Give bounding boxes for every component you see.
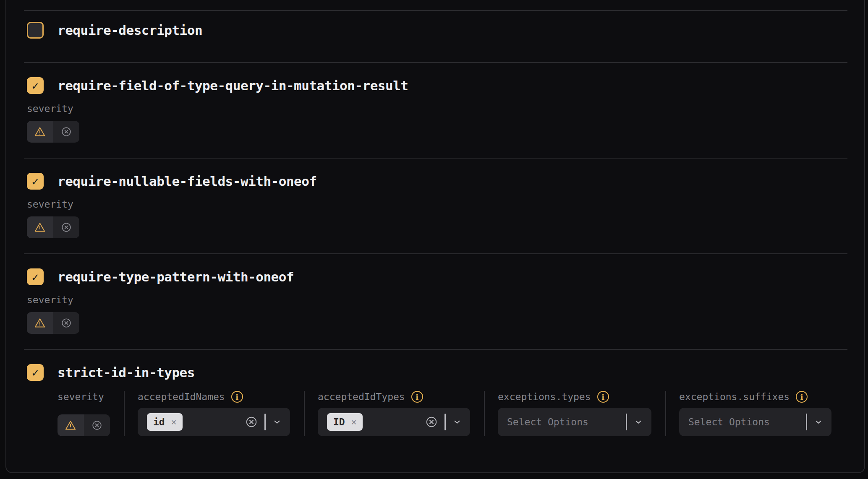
info-icon[interactable]: i bbox=[597, 391, 609, 403]
severity-warn-button[interactable] bbox=[27, 216, 53, 238]
circle-x-icon bbox=[61, 222, 72, 233]
panel-top-spacer bbox=[6, 0, 864, 10]
option-label: acceptedIdTypes bbox=[318, 391, 405, 402]
field-controls bbox=[626, 414, 643, 430]
option-header: exceptions.suffixes i bbox=[679, 391, 831, 403]
severity-toggle bbox=[27, 216, 79, 238]
column-divider bbox=[484, 391, 485, 436]
circle-x-icon bbox=[61, 126, 72, 137]
rule-name: require-nullable-fields-with-oneof bbox=[58, 174, 317, 189]
remove-tag-button[interactable]: ✕ bbox=[351, 418, 357, 427]
rule-checkbox[interactable]: ✓ bbox=[27, 77, 44, 94]
severity-warn-button[interactable] bbox=[27, 121, 53, 143]
rule-checkbox[interactable]: ✓ bbox=[27, 173, 44, 190]
field-placeholder: Select Options bbox=[688, 417, 770, 427]
expand-dropdown-button[interactable] bbox=[814, 417, 823, 427]
severity-off-button[interactable] bbox=[53, 312, 80, 334]
severity-toggle bbox=[58, 414, 110, 436]
warning-triangle-icon bbox=[65, 419, 76, 431]
circle-x-icon bbox=[425, 416, 438, 428]
chevron-down-icon bbox=[634, 417, 643, 427]
rule-name: require-field-of-type-query-in-mutation-… bbox=[58, 78, 408, 93]
column-divider bbox=[665, 391, 666, 436]
rule-name: strict-id-in-types bbox=[58, 365, 195, 380]
tag-label: id bbox=[153, 417, 165, 427]
multiselect-field[interactable]: ID ✕ bbox=[318, 408, 470, 436]
option-header: acceptedIdNames i bbox=[138, 391, 290, 403]
severity-warn-button[interactable] bbox=[27, 312, 53, 334]
warning-triangle-icon bbox=[34, 126, 46, 138]
info-icon[interactable]: i bbox=[411, 391, 423, 403]
tag-label: ID bbox=[333, 417, 345, 427]
option-column-acceptedIdTypes: acceptedIdTypes i ID ✕ bbox=[318, 391, 470, 436]
rule-name: require-type-pattern-with-oneof bbox=[58, 269, 294, 284]
expand-dropdown-button[interactable] bbox=[634, 417, 643, 427]
field-separator bbox=[806, 414, 807, 430]
severity-label: severity bbox=[27, 103, 847, 114]
field-controls bbox=[245, 414, 282, 430]
selected-tag: ID ✕ bbox=[327, 413, 363, 431]
severity-label: severity bbox=[27, 199, 847, 210]
rule-name: require-description bbox=[58, 23, 202, 38]
rule-header: ✓ strict-id-in-types bbox=[27, 364, 847, 381]
selected-tag: id ✕ bbox=[147, 413, 183, 431]
field-controls bbox=[425, 414, 462, 430]
severity-off-button[interactable] bbox=[53, 121, 80, 143]
option-column-exceptions-suffixes: exceptions.suffixes i Select Options bbox=[679, 391, 831, 436]
option-label: acceptedIdNames bbox=[138, 391, 225, 402]
rule-checkbox[interactable]: ✓ bbox=[27, 268, 44, 285]
column-divider bbox=[124, 391, 125, 436]
rule-header: ✓ require-type-pattern-with-oneof bbox=[27, 268, 847, 285]
rule-options-row: severity bbox=[58, 391, 847, 436]
severity-label: severity bbox=[58, 391, 104, 402]
option-header: exceptions.types i bbox=[498, 391, 651, 403]
option-column-acceptedIdNames: acceptedIdNames i id ✕ bbox=[138, 391, 290, 436]
option-label: exceptions.types bbox=[498, 391, 591, 402]
rule-row-strict-id-in-types: ✓ strict-id-in-types severity bbox=[6, 350, 864, 436]
severity-toggle bbox=[27, 121, 79, 143]
info-icon[interactable]: i bbox=[231, 391, 243, 403]
expand-dropdown-button[interactable] bbox=[272, 417, 282, 427]
field-separator bbox=[444, 414, 446, 430]
field-separator bbox=[626, 414, 627, 430]
warning-triangle-icon bbox=[34, 221, 46, 233]
expand-dropdown-button[interactable] bbox=[452, 417, 462, 427]
severity-off-button[interactable] bbox=[53, 216, 80, 238]
multiselect-field[interactable]: Select Options bbox=[498, 408, 651, 436]
rule-checkbox[interactable] bbox=[27, 22, 44, 39]
multiselect-field[interactable]: id ✕ bbox=[138, 408, 290, 436]
info-icon[interactable]: i bbox=[796, 391, 808, 403]
circle-x-icon bbox=[61, 318, 72, 328]
warning-triangle-icon bbox=[34, 317, 46, 329]
severity-column: severity bbox=[58, 391, 110, 436]
multiselect-field[interactable]: Select Options bbox=[679, 408, 831, 436]
rule-header: ✓ require-nullable-fields-with-oneof bbox=[27, 173, 847, 190]
rule-checkbox[interactable]: ✓ bbox=[27, 364, 44, 381]
severity-block: severity bbox=[27, 103, 847, 143]
field-controls bbox=[806, 414, 823, 430]
severity-off-button[interactable] bbox=[84, 414, 110, 436]
remove-tag-button[interactable]: ✕ bbox=[171, 418, 177, 427]
clear-selection-button[interactable] bbox=[425, 416, 438, 428]
option-header: severity bbox=[58, 391, 110, 403]
rule-row-require-field-of-type-query-in-mutation-result: ✓ require-field-of-type-query-in-mutatio… bbox=[6, 63, 864, 158]
rule-row-require-description: require-description bbox=[6, 11, 864, 62]
severity-label: severity bbox=[27, 294, 847, 305]
rules-panel: require-description ✓ require-field-of-t… bbox=[5, 0, 865, 473]
chevron-down-icon bbox=[452, 417, 462, 427]
rule-header: ✓ require-field-of-type-query-in-mutatio… bbox=[27, 77, 847, 94]
option-header: acceptedIdTypes i bbox=[318, 391, 470, 403]
field-separator bbox=[264, 414, 266, 430]
column-divider bbox=[304, 391, 305, 436]
field-placeholder: Select Options bbox=[507, 417, 588, 427]
severity-block: severity bbox=[27, 199, 847, 238]
rule-row-require-type-pattern-with-oneof: ✓ require-type-pattern-with-oneof severi… bbox=[6, 254, 864, 349]
option-label: exceptions.suffixes bbox=[679, 391, 790, 402]
circle-x-icon bbox=[92, 420, 102, 431]
severity-toggle bbox=[27, 312, 79, 334]
rule-header: require-description bbox=[27, 22, 847, 39]
clear-selection-button[interactable] bbox=[245, 416, 258, 428]
severity-warn-button[interactable] bbox=[58, 414, 84, 436]
chevron-down-icon bbox=[272, 417, 282, 427]
option-column-exceptions-types: exceptions.types i Select Options bbox=[498, 391, 651, 436]
